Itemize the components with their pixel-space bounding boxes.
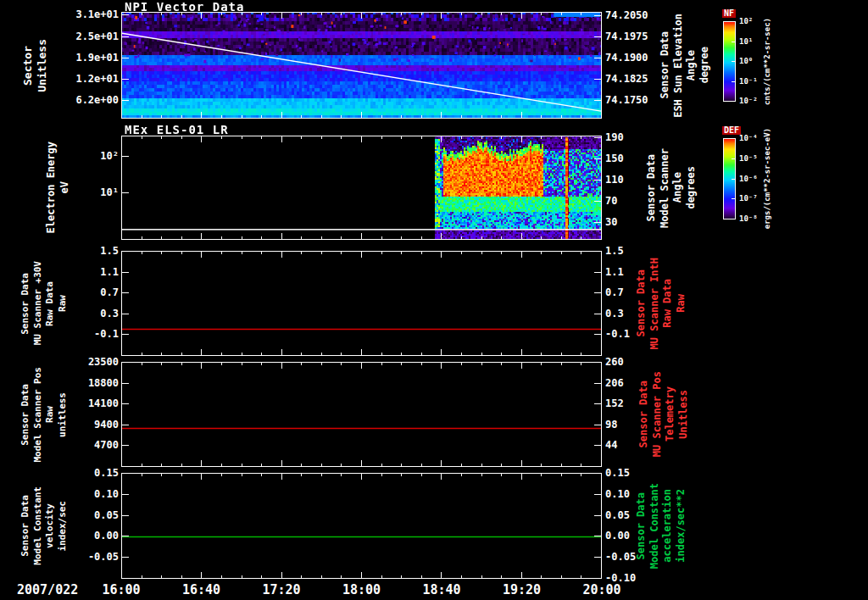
colorbar-tick-label: 10⁻¹ [739,77,758,85]
panel-5-right-axis-label: Sensor DataModel Constantaccelerationind… [636,473,686,579]
panel-1-right-tick-label: 74.1825 [605,74,665,84]
y-axis-label-line: index/sec [58,501,68,552]
panel-5-y-axis-label: Sensor DataModel Constantvelocityindex/s… [20,473,67,579]
right-axis-label-line: Angle [672,172,683,203]
colorbar-units-text: ergs/(cm**2-sr-sec-eV) [764,128,771,229]
colorbar-title-def: DEF [722,126,741,135]
panel-title-mex-els: MEx ELS-01 LR [125,124,229,136]
panel-1-right-tick-label: 74.1900 [605,53,665,63]
right-axis-label-line: Sensor Data [646,154,657,221]
y-axis-label-line: Sector [22,46,34,86]
time-tick-label: 16:00 [92,584,151,597]
right-axis-label-line: Sensor Data [636,492,647,559]
y-axis-label-line: Raw [45,406,55,423]
colorbar-tick-label: 10¹ [739,37,753,45]
panel-2-y-axis-label: Electron EnergyeV [46,136,70,240]
right-axis-label-line: Sensor Data [636,269,647,336]
right-axis-label-line: ESH Sun Elevation [673,14,684,118]
colorbar-units: cnts/(cm**2-sr-sec) [764,4,771,119]
y-axis-label-line: Raw [58,295,68,312]
colorbar-title-nf: NF [722,9,736,18]
colorbar-tick-label: 10⁻² [739,97,758,105]
time-tick-label: 17:20 [252,584,311,597]
y-axis-label-line: eV [59,181,70,193]
time-tick-label: 18:00 [332,584,392,597]
y-axis-label-line: velocity [45,503,55,548]
panel-1-right-tick-label: 74.2050 [605,10,665,20]
colorbar-tick-label: 10⁻⁵ [739,154,758,162]
right-axis-label-line: degrees [686,166,697,209]
time-tick-label: 20:00 [572,584,632,597]
colorbar-tick-label: 10⁰ [739,58,753,65]
colorbar-units: ergs/(cm**2-sr-sec-eV) [764,121,771,236]
colorbar-units-text: cnts/(cm**2-sr-sec) [764,18,771,105]
time-tick-label: 19:20 [492,584,552,597]
right-axis-label-line: Unitless [678,390,689,439]
panel-1-right-axis-label: Sensor DataESH Sun ElevationAngledegree [659,12,709,119]
colorbar-tick-label: 10² [739,18,753,25]
right-axis-label-line: Model Scanner [659,148,670,228]
panel-1-ytick-label: 2.5e+01 [49,31,119,42]
panel-1-ytick-label: 1.9e+01 [49,53,119,63]
right-axis-label-line: MU Scanner Pos [652,371,663,457]
y-axis-label-line: unitless [58,392,68,437]
y-axis-label-line: Sensor Data [20,384,31,446]
panel-3-plot-area [121,251,602,356]
y-axis-label-line: Sensor Data [20,495,31,557]
right-axis-label-line: Raw [676,294,687,313]
panel-4-right-axis-label: Sensor DataMU Scanner PosTelemetryUnitle… [638,362,688,467]
panel-1-right-tick-label: 74.1975 [605,31,665,42]
panel-2-plot-area [121,136,602,240]
y-axis-label-line: Electron Energy [46,142,57,233]
colorbar-tick-label: 10⁻⁶ [739,175,758,182]
right-axis-label-line: acceleration [662,489,673,563]
colorbar-tick-label: 10⁻⁸ [739,215,758,223]
date-label: 2007/022 [17,584,78,597]
y-axis-label-line: Sensor Data [20,273,31,335]
panel-1-y-axis-label: SectorUnitless [22,12,47,119]
time-tick-label: 18:40 [412,584,471,597]
right-axis-label-line: Angle [686,50,697,81]
tplot-window: 3.1e+012.5e+011.9e+011.2e+016.2e+0074.20… [0,0,868,600]
colorbar-def [723,138,736,219]
time-tick-label: 16:40 [172,584,231,597]
colorbar-nf [723,21,736,102]
panel-4-plot-area [121,362,602,467]
colorbar-tick-label: 10⁻⁴ [739,135,758,142]
y-axis-label-line: Model Scanner Pos [33,367,43,463]
panel-4-y-axis-label: Sensor DataModel Scanner PosRawunitless [20,362,67,467]
right-axis-label-line: index/sec**2 [676,489,687,563]
right-axis-label-line: Raw Data [662,279,673,328]
y-axis-label-line: Unitless [36,39,48,92]
panel-1-right-tick-label: 74.1750 [605,95,665,105]
panel-title-npi-vector-data: NPI Vector Data [125,1,244,13]
y-axis-label-line: MU Scanner +30V [33,261,43,345]
right-axis-label-line: Sensor Data [659,31,670,98]
y-axis-label-line: Model Constant [33,486,43,565]
panel-1-ytick-label: 6.2e+00 [49,95,119,105]
right-axis-label-line: Model Constant [649,483,660,569]
panel-5-plot-area [121,473,602,579]
right-axis-label-line: degree [699,47,710,83]
right-axis-label-line: Telemetry [665,386,676,442]
right-axis-label-line: MU Scanner IntH [649,258,660,349]
panel-1-ytick-label: 3.1e+01 [49,9,119,19]
panel-3-right-axis-label: Sensor DataMU Scanner IntHRaw DataRaw [636,251,686,356]
panel-3-y-axis-label: Sensor DataMU Scanner +30VRaw DataRaw [20,251,67,356]
panel-1-ytick-label: 1.2e+01 [49,74,119,84]
panel-2-right-axis-label: Sensor DataModel ScannerAngledegrees [646,136,696,240]
right-axis-label-line: Sensor Data [638,381,649,447]
colorbar-tick-label: 10⁻⁷ [739,195,758,203]
panel-1-plot-area [121,12,602,119]
y-axis-label-line: Raw Data [45,281,55,326]
